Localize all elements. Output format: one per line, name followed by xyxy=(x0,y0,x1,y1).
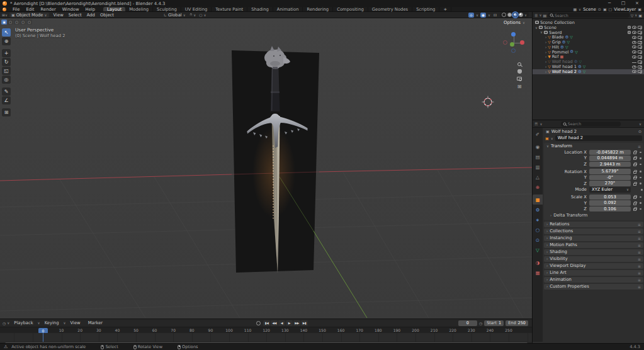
animate-dot-icon[interactable] xyxy=(641,189,643,191)
workspace-tab-texture-paint[interactable]: Texture Paint xyxy=(212,7,247,11)
expand-chevron-icon[interactable]: › xyxy=(545,60,546,64)
playhead-line[interactable] xyxy=(43,333,44,342)
eye-icon[interactable] xyxy=(632,55,636,59)
add-cube-tool[interactable]: ⊞ xyxy=(2,108,11,116)
eye-icon[interactable] xyxy=(632,50,636,54)
gizmo-x-axis[interactable] xyxy=(520,40,524,45)
gizmo-z-neg-axis[interactable] xyxy=(511,48,516,53)
section-relations[interactable]: ›Relations≡ xyxy=(544,222,643,227)
tab-modifiers[interactable]: ⚙ xyxy=(533,205,543,215)
viewlayer-selector[interactable]: ViewLayer xyxy=(614,7,636,12)
outliner-row-grip[interactable]: › ▽ Grip ⚙ ▽ xyxy=(533,40,644,45)
shading-material-icon[interactable] xyxy=(513,13,517,17)
expand-chevron-icon[interactable]: ∨ xyxy=(535,26,538,30)
expand-chevron-icon[interactable]: › xyxy=(545,70,546,74)
minimize-button[interactable]: ─ xyxy=(602,0,616,7)
chevron-down-icon[interactable]: ∨ xyxy=(639,122,641,126)
panel-drag-icon[interactable]: ≡ xyxy=(638,144,641,149)
lock-icon[interactable] xyxy=(633,171,636,174)
viewport-options-dropdown[interactable]: Options ∨ xyxy=(504,20,525,25)
section-animation[interactable]: ›Animation≡ xyxy=(544,277,643,283)
tab-constraints[interactable]: ⊙ xyxy=(533,235,543,245)
eye-closed-icon[interactable] xyxy=(632,62,636,63)
3d-cursor[interactable] xyxy=(482,96,494,108)
expand-chevron-icon[interactable]: › xyxy=(545,35,546,39)
lock-icon[interactable] xyxy=(633,208,636,211)
new-viewlayer-icon[interactable]: ▣ xyxy=(638,7,641,11)
delta-transform-subpanel[interactable]: › Delta Transform xyxy=(544,212,643,218)
animate-dot-icon[interactable] xyxy=(640,171,641,172)
menu-window[interactable]: Window xyxy=(59,7,82,12)
lock-icon[interactable] xyxy=(633,177,636,179)
outliner-row-wolf-head[interactable]: › ▽ Wolf head ⚙ ▽ xyxy=(533,59,644,64)
menu-edit[interactable]: Edit xyxy=(23,7,37,12)
menu-help[interactable]: Help xyxy=(82,7,99,12)
workspace-tab-scripting[interactable]: Scripting xyxy=(412,7,439,11)
shading-solid-icon[interactable] xyxy=(507,13,512,17)
tab-material[interactable]: ◑ xyxy=(533,257,543,268)
viewport-canvas[interactable]: ▣ ▢ ▢ ▢ ▢ ↖ ⊕ + ↻ ◱ ◎ ✎ ∠ ⊞ User Perspec… xyxy=(0,18,532,319)
workspace-tab-shading[interactable]: Shading xyxy=(247,7,273,11)
show-gizmo-toggle[interactable]: ⟐ xyxy=(468,13,474,18)
camera-visibility-icon[interactable] xyxy=(638,31,642,34)
gizmo-y-axis[interactable] xyxy=(510,42,514,47)
outliner-display-mode-icon[interactable]: ▤ xyxy=(543,13,546,18)
panel-drag-icon[interactable]: ≡ xyxy=(638,236,641,240)
timeline-ruler[interactable]: 10 20 30 40 50 60 70 80 90 100 110 120 1… xyxy=(0,327,532,333)
tab-object-data[interactable]: ▽ xyxy=(533,245,543,255)
gizmo-x-neg-axis[interactable] xyxy=(503,40,507,45)
scale-tool[interactable]: ◱ xyxy=(2,67,11,75)
section-viewport-display[interactable]: ›Viewport Display≡ xyxy=(544,263,643,269)
cursor-tool[interactable]: ⊕ xyxy=(2,37,11,45)
section-custom-properties[interactable]: ›Custom Properties≡ xyxy=(544,284,643,290)
eye-icon[interactable] xyxy=(632,26,636,29)
menu-keying[interactable]: Keying xyxy=(42,320,62,325)
next-keyframe-button[interactable]: ▶▶ xyxy=(293,320,300,326)
section-line-art[interactable]: ›Line Art≡ xyxy=(544,270,643,276)
exclude-checkbox[interactable] xyxy=(628,31,631,34)
camera-visibility-icon[interactable] xyxy=(638,36,642,39)
animate-dot-icon[interactable] xyxy=(640,152,641,154)
pin-icon[interactable]: ⊙ xyxy=(638,129,641,133)
gizmo-z-axis[interactable] xyxy=(511,32,516,37)
camera-visibility-icon[interactable] xyxy=(638,26,642,29)
outliner-row-wolf-head-1[interactable]: › ▽ Wolf head 1 ⚙ ▽ xyxy=(533,64,644,69)
camera-visibility-icon[interactable] xyxy=(638,50,642,54)
section-motion-paths[interactable]: ›Motion Paths≡ xyxy=(544,242,643,248)
select-mode-set-button[interactable]: ▣ xyxy=(1,20,7,25)
animate-dot-icon[interactable] xyxy=(640,202,641,204)
jump-to-end-button[interactable]: ▶▮ xyxy=(301,320,308,326)
menu-marker[interactable]: Marker xyxy=(85,320,106,325)
menu-add[interactable]: Add xyxy=(84,13,98,18)
workspace-tab-animation[interactable]: Animation xyxy=(273,7,303,11)
shading-rendered-icon[interactable] xyxy=(519,13,523,17)
animate-dot-icon[interactable] xyxy=(640,208,641,210)
close-button[interactable]: × xyxy=(630,0,644,7)
tab-render[interactable]: ◉ xyxy=(533,142,543,152)
properties-editor-icon[interactable]: ☴ xyxy=(534,121,538,126)
timeline-tracks[interactable] xyxy=(0,333,532,342)
workspace-tab-layout[interactable]: Layout xyxy=(103,7,125,11)
current-frame-field[interactable]: 0 xyxy=(458,320,477,326)
eye-icon[interactable] xyxy=(632,36,636,39)
tab-texture[interactable]: ▦ xyxy=(533,268,543,278)
object-name-field[interactable]: Wolf head 2 xyxy=(555,135,642,141)
pan-hand-icon[interactable] xyxy=(517,69,522,74)
scene-browse-icon[interactable]: ▦ xyxy=(573,7,577,11)
section-visibility[interactable]: ›Visibility≡ xyxy=(544,256,643,262)
jump-to-start-button[interactable]: ▮◀ xyxy=(263,320,270,326)
properties-search[interactable] xyxy=(561,121,621,127)
tab-output[interactable]: ▤ xyxy=(533,152,543,162)
select-mode-invert-button[interactable]: ▢ xyxy=(20,20,26,25)
rotate-tool[interactable]: ↻ xyxy=(2,58,11,66)
camera-visibility-icon[interactable] xyxy=(638,55,642,59)
workspace-tab-modeling[interactable]: Modeling xyxy=(125,7,153,11)
section-collections[interactable]: ›Collections≡ xyxy=(544,229,643,234)
tab-physics[interactable]: ○ xyxy=(533,225,543,235)
outliner-row-wolf-head-2[interactable]: › ▽ Wolf head 2 ⚙ ▽ xyxy=(533,69,644,74)
lock-icon[interactable] xyxy=(633,183,636,186)
select-mode-intersect-button[interactable]: ▢ xyxy=(26,20,32,25)
mode-dropdown[interactable]: ▣ Object Mode ∨ xyxy=(9,13,49,18)
section-shading[interactable]: ›Shading≡ xyxy=(544,249,643,255)
camera-view-icon[interactable] xyxy=(517,77,522,81)
